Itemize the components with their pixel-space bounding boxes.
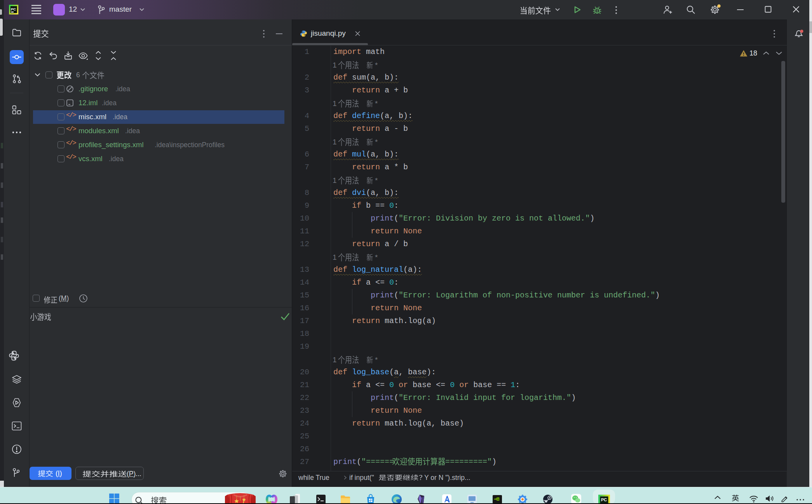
svg-text:PC: PC: [11, 7, 16, 11]
svg-text:PC: PC: [601, 497, 607, 502]
